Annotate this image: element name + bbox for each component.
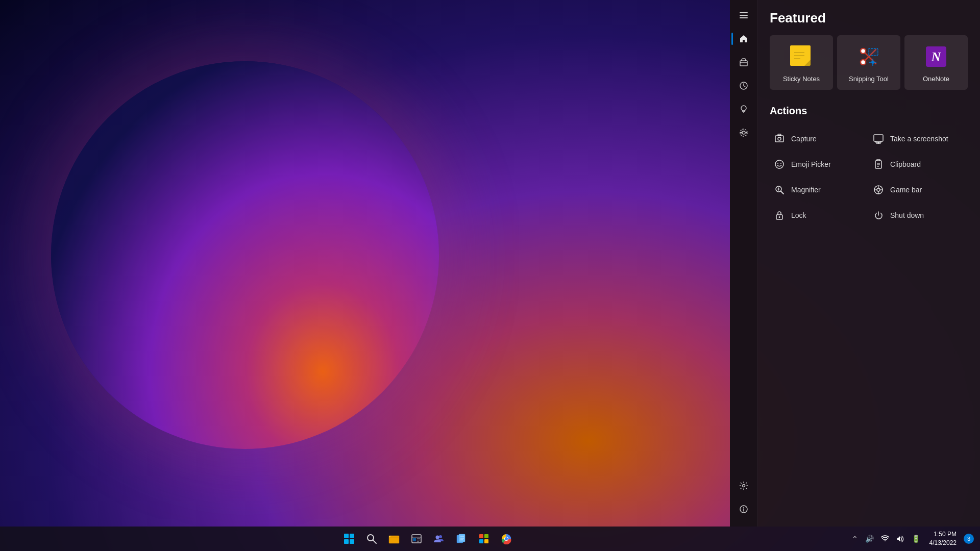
action-take-screenshot[interactable]: Take a screenshot	[869, 126, 968, 152]
svg-point-86	[505, 537, 508, 540]
taskbar-teams[interactable]	[429, 529, 449, 549]
featured-apps-grid: Sticky Notes	[770, 35, 968, 90]
svg-rect-1	[740, 15, 748, 16]
action-emoji-picker-label: Emoji Picker	[791, 160, 831, 168]
svg-rect-36	[874, 135, 883, 141]
app-tile-sticky-notes[interactable]: Sticky Notes	[770, 35, 833, 90]
snipping-tool-icon	[856, 44, 881, 69]
action-game-bar[interactable]: Game bar	[869, 177, 968, 203]
taskbar-files[interactable]	[451, 529, 472, 549]
taskbar: ⌃ 🔊 🔋 1:50 PM 4/13/2022	[0, 527, 980, 551]
taskbar-news[interactable]	[406, 529, 427, 549]
clock-date: 4/13/2022	[929, 539, 957, 547]
news-icon	[411, 533, 422, 544]
action-capture-label: Capture	[791, 135, 817, 143]
svg-rect-80	[484, 534, 488, 538]
sidebar-item-tips[interactable]	[732, 98, 755, 120]
taskbar-chrome[interactable]	[496, 529, 517, 549]
teams-icon	[433, 533, 445, 544]
svg-rect-82	[484, 539, 488, 543]
svg-point-40	[777, 163, 778, 164]
actions-grid: Capture Take a screenshot	[770, 126, 968, 228]
sidebar-item-info[interactable]	[732, 498, 755, 520]
svg-point-57	[779, 216, 780, 218]
svg-point-51	[877, 188, 880, 191]
sticky-notes-icon	[789, 44, 814, 69]
taskbar-file-explorer[interactable]	[384, 529, 404, 549]
svg-rect-67	[413, 538, 416, 541]
sidebar-item-store[interactable]	[732, 51, 755, 73]
action-take-screenshot-label: Take a screenshot	[890, 135, 948, 143]
tray-audio-icon[interactable]: 🔊	[863, 534, 876, 544]
file-explorer-icon	[388, 533, 400, 544]
svg-point-39	[775, 160, 783, 168]
onenote-icon: N	[924, 44, 948, 69]
taskbar-microsoft-store[interactable]	[474, 529, 494, 549]
capture-icon	[774, 133, 785, 144]
tray-volume-icon[interactable]	[894, 534, 906, 543]
decorative-sphere	[51, 61, 439, 449]
action-game-bar-label: Game bar	[890, 186, 922, 194]
svg-line-47	[781, 191, 783, 194]
snipping-tool-icon-wrapper	[855, 43, 882, 70]
svg-point-12	[742, 485, 745, 487]
sidebar-item-history[interactable]	[732, 74, 755, 97]
clock-time: 1:50 PM	[929, 530, 957, 539]
snipping-tool-label: Snipping Tool	[849, 75, 889, 83]
svg-point-10	[740, 132, 742, 134]
onenote-label: OneNote	[923, 75, 949, 83]
svg-point-41	[780, 163, 781, 164]
app-tile-onenote[interactable]: N OneNote	[904, 35, 968, 90]
action-magnifier[interactable]: Magnifier	[770, 177, 869, 203]
action-emoji-picker[interactable]: Emoji Picker	[770, 152, 869, 177]
svg-rect-33	[775, 136, 783, 142]
svg-rect-60	[344, 539, 349, 544]
game-bar-icon	[873, 184, 884, 195]
notification-badge[interactable]: 3	[964, 534, 974, 544]
chrome-icon	[501, 533, 512, 544]
windows-logo-icon	[344, 533, 355, 544]
svg-rect-81	[479, 539, 483, 543]
tray-battery-icon[interactable]: 🔋	[910, 534, 922, 544]
sidebar-item-menu[interactable]	[732, 4, 755, 27]
taskbar-start-button[interactable]	[339, 529, 359, 549]
svg-rect-59	[350, 534, 354, 538]
sticky-notes-icon-wrapper	[788, 43, 815, 70]
svg-rect-73	[436, 536, 438, 538]
sidebar	[730, 0, 757, 527]
clipboard-icon	[873, 159, 884, 170]
clock-display[interactable]: 1:50 PM 4/13/2022	[925, 530, 961, 547]
action-clipboard-label: Clipboard	[890, 160, 921, 168]
svg-point-71	[439, 535, 442, 538]
actions-heading: Actions	[770, 105, 968, 117]
action-lock[interactable]: Lock	[770, 203, 869, 228]
sidebar-item-settings[interactable]	[732, 474, 755, 497]
action-shut-down[interactable]: Shut down	[869, 203, 968, 228]
files-icon	[456, 533, 467, 544]
svg-line-63	[373, 540, 376, 543]
search-icon	[366, 533, 377, 544]
notification-count: 3	[967, 536, 970, 542]
action-clipboard[interactable]: Clipboard	[869, 152, 968, 177]
sticky-notes-label: Sticky Notes	[783, 75, 820, 83]
action-shut-down-label: Shut down	[890, 211, 924, 219]
svg-rect-3	[740, 61, 747, 66]
emoji-picker-icon	[774, 159, 785, 170]
tray-wifi-icon[interactable]	[879, 534, 891, 543]
app-tile-snipping-tool[interactable]: Snipping Tool	[837, 35, 900, 90]
svg-rect-79	[479, 534, 483, 538]
svg-rect-58	[344, 534, 349, 538]
svg-rect-25	[869, 48, 878, 56]
tray-expand-button[interactable]: ⌃	[850, 534, 860, 544]
power-icon	[873, 210, 884, 221]
action-magnifier-label: Magnifier	[791, 186, 821, 194]
svg-rect-2	[740, 17, 748, 18]
taskbar-search-button[interactable]	[361, 529, 382, 549]
sidebar-item-plugins[interactable]	[732, 121, 755, 144]
panel-main-content: Featured Sticky Notes	[757, 0, 980, 527]
take-screenshot-icon	[873, 133, 884, 144]
action-capture[interactable]: Capture	[770, 126, 869, 152]
sidebar-bottom	[732, 474, 755, 527]
lock-icon	[774, 210, 785, 221]
sidebar-item-home[interactable]	[732, 28, 755, 50]
